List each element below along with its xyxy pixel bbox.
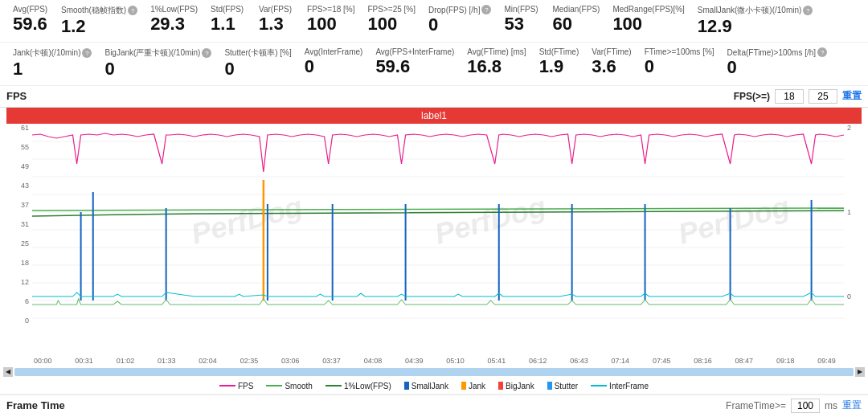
metric-avg-fps: Avg(FPS) 59.6	[6, 3, 55, 36]
metric-label-var-fps: Var(FPS)	[259, 5, 294, 14]
metric-value-smooth: 1.2	[61, 16, 137, 37]
metric-value-var-fps: 1.3	[259, 14, 294, 35]
metric-median-fps: Median(FPS) 60	[546, 3, 606, 36]
legend-1plow-color	[326, 385, 342, 386]
fps-gte-label: FPS(>=)	[734, 91, 770, 102]
y-axis-left: 61 55 49 43 37 31 25 18 12 6 0	[2, 124, 32, 325]
metric-smalljank: SmallJank(微小卡顿)(/10min) ? 12.9	[691, 3, 819, 39]
metric-label-avg-fps-interframe: Avg(FPS+InterFrame)	[375, 47, 454, 56]
frametime-val-input[interactable]	[791, 399, 820, 413]
metrics-row-2: Jank(卡顿)(/10min) ? 1 BigJank(严重卡顿)(/10mi…	[0, 43, 868, 85]
frametime-controls: FrameTime>= ms 重置	[726, 399, 862, 413]
metric-delta-ftime: Delta(FTime)>100ms [/h] ? 0	[721, 46, 834, 80]
metric-value-std-fps: 1.1	[211, 14, 246, 35]
legend-smalljank-color	[404, 382, 409, 390]
legend-1plow-label: 1%Low(FPS)	[344, 382, 391, 391]
metric-avg-fps-interframe: Avg(FPS+InterFrame) 59.6	[369, 46, 461, 79]
metric-ftime100: FTime>=100ms [%] 0	[638, 46, 721, 79]
y-axis-right: 2 1 0	[844, 124, 866, 301]
metric-value-std-ftime: 1.9	[539, 56, 579, 77]
fps-chart-area: label1 61 55 49 43 37 31 25 18 12 6 0 2 …	[0, 107, 868, 356]
metric-label-std-ftime: Std(FTime)	[539, 47, 579, 56]
drop-fps-help-icon[interactable]: ?	[481, 5, 491, 14]
legend-smooth-label: Smooth	[285, 382, 312, 391]
svg-text:PerfDog: PerfDog	[674, 190, 792, 251]
metric-value-delta-ftime: 0	[727, 57, 828, 78]
metric-value-avg-interframe: 0	[305, 56, 363, 77]
metrics-row-1: Avg(FPS) 59.6 Smooth(稳帧指数) ? 1.2 1%Low(F…	[0, 0, 868, 43]
svg-text:PerfDog: PerfDog	[187, 190, 305, 251]
legend-fps-label: FPS	[238, 382, 253, 391]
metric-value-avg-fps-interframe: 59.6	[375, 56, 454, 77]
metric-value-avg-ftime: 16.8	[467, 56, 526, 77]
legend-row: FPS Smooth 1%Low(FPS) SmallJank Jank Big…	[0, 378, 868, 394]
metric-label-fps18: FPS>=18 [%]	[307, 5, 354, 14]
y-axis-fps-label: FPS	[0, 220, 2, 236]
x-axis: 00:00 00:31 01:02 01:33 02:04 02:35 03:0…	[0, 356, 868, 366]
legend-stutter-label: Stutter	[555, 382, 578, 391]
legend-jank-color	[461, 382, 466, 390]
metric-label-avg-interframe: Avg(InterFrame)	[305, 47, 363, 56]
legend-1plow: 1%Low(FPS)	[326, 382, 391, 391]
metric-jank: Jank(卡顿)(/10min) ? 1	[6, 46, 98, 81]
fps-val1-input[interactable]	[775, 89, 804, 104]
legend-stutter: Stutter	[547, 382, 578, 391]
metric-label-drop-fps: Drop(FPS) [/h] ?	[428, 5, 491, 14]
metric-label-smalljank: SmallJank(微小卡顿)(/10min) ?	[698, 5, 813, 16]
legend-fps-color	[219, 385, 235, 386]
metric-label-ftime100: FTime>=100ms [%]	[645, 47, 714, 56]
scrollbar-row: ◀ ▶	[0, 366, 868, 378]
metric-value-bigjank: 0	[104, 59, 211, 80]
frametime-gte-label: FrameTime>=	[726, 400, 786, 411]
svg-text:PerfDog: PerfDog	[431, 190, 549, 251]
metric-label-min-fps: Min(FPS)	[504, 5, 539, 14]
fps-controls: FPS(>=) 重置	[734, 89, 862, 104]
metric-label-1plow: 1%Low(FPS)	[150, 5, 198, 14]
metric-label-std-fps: Std(FPS)	[211, 5, 246, 14]
frametime-reset-button[interactable]: 重置	[842, 399, 862, 412]
legend-smooth-color	[266, 385, 282, 386]
scrollbar-track[interactable]	[14, 368, 854, 376]
legend-interframe-color	[591, 385, 607, 386]
metric-label-bigjank: BigJank(严重卡顿)(/10min) ?	[104, 47, 211, 59]
frametime-title: Frame Time	[6, 399, 65, 411]
metric-min-fps: Min(FPS) 53	[497, 3, 546, 36]
scrollbar-thumb[interactable]	[14, 368, 854, 376]
legend-smalljank: SmallJank	[404, 382, 448, 391]
legend-interframe: InterFrame	[591, 382, 649, 391]
metric-medrange-fps: MedRange(FPS)[%] 100	[606, 3, 690, 36]
metric-var-fps: Var(FPS) 1.3	[252, 3, 301, 36]
legend-smooth: Smooth	[266, 382, 312, 391]
fps-reset-button[interactable]: 重置	[842, 89, 862, 103]
metric-value-1plow: 29.3	[150, 14, 198, 35]
metric-drop-fps: Drop(FPS) [/h] ? 0	[422, 3, 497, 37]
frametime-section: Frame Time FrameTime>= ms 重置	[0, 394, 868, 413]
metric-value-median-fps: 60	[552, 14, 600, 35]
metric-avg-interframe: Avg(InterFrame) 0	[298, 46, 370, 79]
bigjank-help-icon[interactable]: ?	[202, 48, 211, 58]
jank-help-icon[interactable]: ?	[82, 48, 92, 58]
fps-val2-input[interactable]	[809, 89, 837, 104]
metric-value-smalljank: 12.9	[698, 16, 813, 37]
smalljank-help-icon[interactable]: ?	[803, 6, 813, 15]
legend-interframe-label: InterFrame	[609, 382, 649, 391]
scrollbar-left-button[interactable]: ◀	[3, 367, 13, 377]
metric-value-jank: 1	[13, 59, 92, 80]
fps-chart-svg: PerfDog PerfDog PerfDog	[32, 124, 844, 325]
legend-bigjank-label: BigJank	[506, 382, 534, 391]
frametime-unit: ms	[825, 400, 837, 411]
metric-fps25: FPS>=25 [%] 100	[362, 3, 422, 36]
chart-label-bar: label1	[6, 108, 862, 124]
metric-value-var-ftime: 3.6	[592, 56, 631, 77]
legend-smalljank-label: SmallJank	[411, 382, 448, 391]
delta-ftime-help-icon[interactable]: ?	[817, 47, 827, 57]
metric-value-medrange-fps: 100	[612, 14, 684, 35]
metric-value-fps18: 100	[307, 14, 354, 35]
chart-container: 61 55 49 43 37 31 25 18 12 6 0 2 1 0 FPS	[0, 124, 868, 325]
legend-stutter-color	[547, 382, 552, 390]
metric-bigjank: BigJank(严重卡顿)(/10min) ? 0	[98, 46, 218, 81]
smooth-help-icon[interactable]: ?	[128, 6, 137, 15]
metric-std-ftime: Std(FTime) 1.9	[533, 46, 586, 79]
metric-1plow: 1%Low(FPS) 29.3	[144, 3, 204, 36]
scrollbar-right-button[interactable]: ▶	[855, 367, 865, 377]
